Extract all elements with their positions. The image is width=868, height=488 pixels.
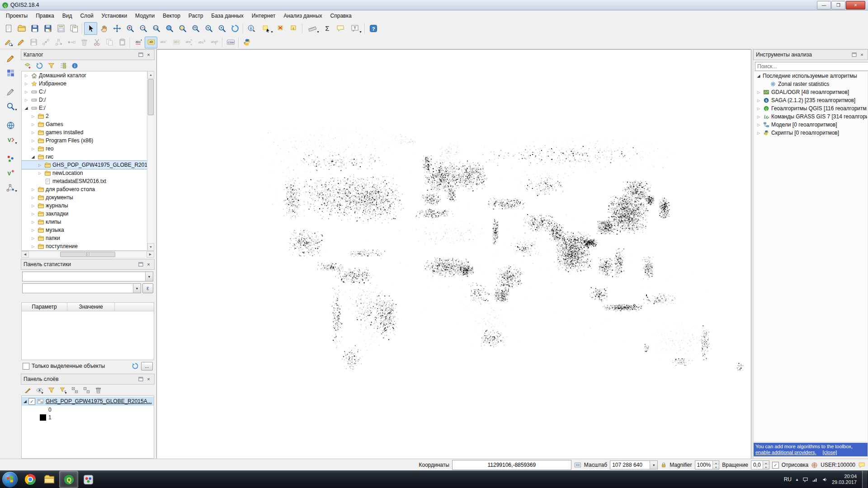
expression-button[interactable]: ε (142, 283, 153, 293)
catalog-tree-item[interactable]: ▷поступление (22, 242, 154, 250)
chevron-down-icon[interactable]: ▼ (64, 391, 67, 394)
taskbar-explorer-button[interactable] (40, 471, 58, 488)
manage-map-themes-button[interactable]: ▼ (34, 385, 45, 396)
catalog-tree-item[interactable]: ▷клипы (22, 218, 154, 226)
minimize-button[interactable]: — (817, 1, 831, 9)
expander-closed-icon[interactable]: ▷ (30, 204, 36, 208)
float-panel-icon[interactable] (137, 376, 144, 382)
expander-closed-icon[interactable]: ▷ (30, 122, 36, 127)
float-panel-icon[interactable] (137, 52, 144, 58)
collapse-all-button[interactable] (81, 385, 92, 396)
chevron-down-icon[interactable]: ▼ (41, 391, 44, 394)
properties-widget-button[interactable]: i (69, 61, 80, 71)
spin-down-icon[interactable]: ▼ (763, 465, 769, 469)
statistics-layer-combobox[interactable]: ▼ (22, 272, 153, 282)
catalog-tree-item[interactable]: ▷2 (22, 112, 154, 120)
expander-closed-icon[interactable]: ▷ (30, 212, 36, 216)
expander-closed-icon[interactable]: ▷ (756, 107, 761, 111)
catalog-tree-item[interactable]: ▷D:/ (22, 96, 154, 104)
taskbar-qgis-button[interactable]: Q (59, 471, 78, 488)
close-button[interactable]: × (846, 1, 865, 9)
crs-label[interactable]: USER:100000 (821, 462, 855, 468)
csw-client-button[interactable]: CSW (224, 37, 237, 48)
zoom-full-button[interactable] (163, 22, 176, 35)
catalog-tree-item[interactable]: metadataESM2016.txt (22, 177, 154, 185)
scroll-left-icon[interactable]: ◀ (21, 251, 29, 258)
left-tool-vector[interactable]: V▼ (2, 133, 19, 146)
expander-closed-icon[interactable]: ▷ (756, 123, 761, 127)
current-edits-button[interactable]: ▼ (2, 37, 14, 48)
measure-tool[interactable]: ▼ (304, 22, 321, 35)
remove-layer-button[interactable] (93, 385, 104, 396)
crs-status-icon[interactable] (811, 462, 818, 469)
open-layer-styling-button[interactable] (22, 385, 33, 396)
column-header-parameter[interactable]: Параметр (22, 303, 67, 311)
catalog-tree-item[interactable]: ▷папки (22, 234, 154, 242)
catalog-tree-item[interactable]: ▷newLocation (22, 169, 154, 177)
menu-10[interactable]: Интернет (248, 11, 279, 20)
close-notice-link[interactable]: [close] (823, 450, 837, 455)
zoom-to-selection-button[interactable] (176, 22, 189, 35)
zoom-native-button[interactable]: 1:1 (150, 22, 163, 35)
filter-legend-button[interactable] (46, 385, 57, 396)
catalog-tree-item[interactable]: ▷Program Files (x86) (22, 136, 154, 145)
left-tool-edit[interactable] (4, 52, 17, 65)
statistical-summary-button[interactable]: Σ (321, 22, 334, 35)
expander-closed-icon[interactable]: ▷ (30, 139, 36, 143)
menu-11[interactable]: Анализ данных (279, 11, 326, 20)
chevron-down-icon[interactable]: ▼ (316, 30, 320, 33)
toolbox-tree-item[interactable]: ◢Последние используемые алгоритмы (754, 72, 867, 80)
expander-closed-icon[interactable]: ▷ (756, 115, 761, 119)
deselect-features-button[interactable] (274, 22, 288, 35)
taskbar-app-button[interactable] (79, 471, 97, 488)
zoom-last-button[interactable] (202, 22, 215, 35)
toggle-editing-button[interactable] (14, 37, 27, 48)
magnifier-spinbox[interactable]: 100% ▲▼ (695, 460, 720, 469)
menu-1[interactable]: Проекты (2, 11, 32, 20)
hidden-icons-button[interactable]: ▲ (795, 478, 799, 482)
chevron-down-icon[interactable]: ▼ (14, 141, 18, 145)
menu-12[interactable]: Справка (326, 11, 356, 20)
expander-closed-icon[interactable]: ▷ (756, 99, 761, 103)
catalog-tree-item[interactable]: ▷документы (22, 193, 154, 202)
select-features-tool[interactable]: ▼ (258, 22, 274, 35)
render-checkbox[interactable]: ✓ (772, 462, 779, 469)
left-tool-globe[interactable] (4, 119, 17, 131)
menu-6[interactable]: Модули (131, 11, 159, 20)
chevron-down-icon[interactable]: ▼ (650, 461, 657, 469)
spin-up-icon[interactable]: ▲ (713, 461, 719, 465)
identify-features-tool[interactable]: i (245, 22, 258, 35)
menu-4[interactable]: Слой (76, 11, 97, 20)
left-tool-topology[interactable]: ▼ (2, 181, 19, 194)
catalog-tree-item[interactable]: ▷Домашний каталог (22, 71, 154, 80)
open-project-button[interactable] (15, 22, 28, 35)
close-panel-icon[interactable]: × (145, 261, 152, 267)
toolbox-tree-item[interactable]: Zonal raster statistics (754, 80, 867, 88)
toolbox-tree-item[interactable]: ▷SSAGA (2.1.2) [235 геоалгоритмов] (754, 96, 867, 104)
coordinates-input[interactable] (452, 460, 571, 470)
close-panel-icon[interactable]: × (859, 52, 865, 58)
filter-browser-button[interactable] (46, 61, 57, 71)
close-panel-icon[interactable]: × (145, 52, 152, 58)
chevron-down-icon[interactable]: ▼ (145, 272, 153, 281)
expander-open-icon[interactable]: ◢ (756, 74, 761, 78)
expander-closed-icon[interactable]: ▷ (30, 228, 36, 232)
chevron-down-icon[interactable]: ▼ (270, 30, 274, 33)
expander-closed-icon[interactable]: ▷ (30, 220, 36, 224)
expander-closed-icon[interactable]: ▷ (30, 131, 36, 135)
catalog-tree-item[interactable]: ▷музыка (22, 226, 154, 234)
catalog-tree-item[interactable]: ◢E:/ (22, 104, 154, 112)
enable-providers-link[interactable]: enable additional providers. (755, 450, 816, 455)
chevron-down-icon[interactable]: ▼ (133, 284, 141, 293)
expander-closed-icon[interactable]: ▷ (30, 196, 36, 200)
left-tool-vector-add[interactable]: V (4, 167, 17, 179)
scrollbar-thumb[interactable] (60, 252, 115, 257)
toggle-extents-icon[interactable] (574, 461, 581, 469)
labeling-options-button[interactable]: ab (145, 37, 157, 48)
catalog-tree-item[interactable]: ▷games installed (22, 128, 154, 136)
taskbar-clock[interactable]: 20:04 29.03.2017 (832, 474, 859, 485)
expand-all-button[interactable] (69, 385, 80, 396)
catalog-tree-item[interactable]: ▷закладки (22, 210, 154, 218)
expander-closed-icon[interactable]: ▷ (37, 163, 42, 167)
move-map-tool[interactable] (110, 22, 123, 35)
